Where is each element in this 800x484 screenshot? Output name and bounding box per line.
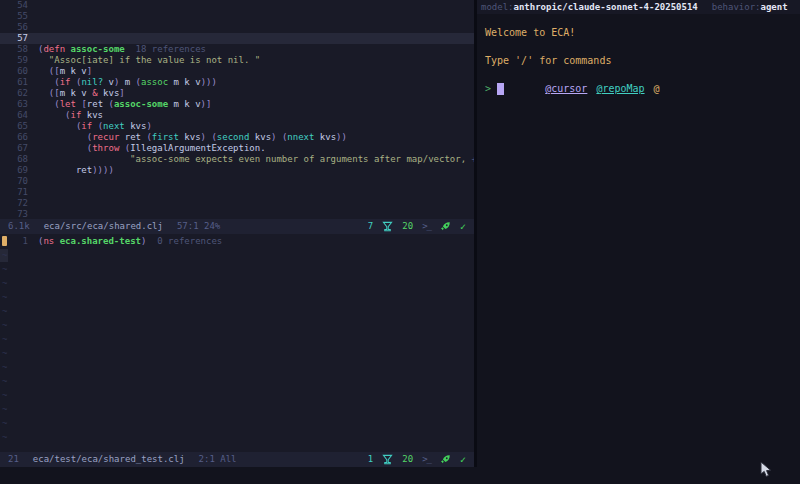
code-line[interactable]: 61 (if (nil? v) m (assoc m k v))) xyxy=(0,77,474,88)
code-text: (if (next kvs) xyxy=(38,121,152,132)
line-number: 72 xyxy=(0,198,28,209)
rocket-icon xyxy=(440,221,451,232)
empty-buffer-line: ~ xyxy=(0,416,474,430)
model-value: anthropic/claude-sonnet-4-20250514 xyxy=(514,2,698,12)
empty-buffer-line: ~ xyxy=(0,276,474,290)
statusline-right: 1 20 >_ ✓ xyxy=(368,452,466,467)
main-layout: 5455565758(defn assoc-some 18 references… xyxy=(0,0,800,467)
buffer-size: 6.1k xyxy=(8,219,30,234)
text-cursor xyxy=(497,83,504,95)
empty-buffer-line: ~ xyxy=(0,262,474,276)
diagnostics-ok-icon: ✓ xyxy=(460,452,466,467)
mention-repomap[interactable]: @repoMap xyxy=(596,83,644,94)
code-line[interactable]: 65 (if (next kvs) xyxy=(0,121,474,132)
code-line[interactable]: 72 xyxy=(0,198,474,209)
behavior-info: behavior:agent xyxy=(712,0,788,14)
code-line[interactable]: 60 ([m k v] xyxy=(0,66,474,77)
neovim-screen: 5455565758(defn assoc-some 18 references… xyxy=(0,0,800,484)
empty-buffer-line: ~ xyxy=(0,360,474,374)
line-number: 54 xyxy=(0,0,28,11)
code-line[interactable]: 68 "assoc-some expects even number of ar… xyxy=(0,154,474,165)
behavior-value: agent xyxy=(761,2,788,12)
martini-glass-icon xyxy=(382,221,393,232)
jobs-count: 20 xyxy=(402,452,413,467)
code-line[interactable]: 70 xyxy=(0,176,474,187)
code-line[interactable]: 56 xyxy=(0,22,474,33)
behavior-label: behavior: xyxy=(712,2,761,12)
terminal-icon: >_ xyxy=(422,219,431,234)
line-number: 69 xyxy=(0,165,28,176)
code-line[interactable]: 57 xyxy=(0,33,474,44)
code-text: (let [ret (assoc-some m k v)] xyxy=(38,99,211,110)
line-number: 56 xyxy=(0,22,28,33)
editor-window-shared-clj[interactable]: 5455565758(defn assoc-some 18 references… xyxy=(0,0,474,219)
file-path: eca/test/eca/shared_test.clj xyxy=(33,452,185,467)
code-text: "assoc-some expects even number of argum… xyxy=(38,154,474,165)
editor-window-shared-test-clj[interactable]: 1(ns eca.shared-test) 0 references~~~~~~… xyxy=(0,234,474,452)
code-text: (recur ret (first kvs) (second kvs) (nne… xyxy=(38,132,347,143)
model-label: model: xyxy=(481,2,514,12)
line-number: 64 xyxy=(0,110,28,121)
line-number: 58 xyxy=(0,44,28,55)
jobs-count: 20 xyxy=(402,219,413,234)
mention-cursor[interactable]: @cursor xyxy=(545,83,587,94)
model-info: model:anthropic/claude-sonnet-4-20250514 xyxy=(481,0,698,14)
line-number: 57 xyxy=(0,33,28,44)
editor-column: 5455565758(defn assoc-some 18 references… xyxy=(0,0,474,467)
code-text: (if (nil? v) m (assoc m k v))) xyxy=(38,77,217,88)
empty-buffer-line: ~ xyxy=(0,346,474,360)
code-line[interactable]: 64 (if kvs xyxy=(0,110,474,121)
mention-add[interactable]: @ xyxy=(654,83,660,94)
code-line[interactable]: 54 xyxy=(0,0,474,11)
eca-chat-panel: model:anthropic/claude-sonnet-4-20250514… xyxy=(477,0,800,467)
code-line[interactable]: 71 xyxy=(0,187,474,198)
commands-hint: Type '/' for commands xyxy=(485,54,792,68)
empty-buffer-line: ~ xyxy=(0,402,474,416)
line-number: 70 xyxy=(0,176,28,187)
chat-body: Welcome to ECA! Type '/' for commands @c… xyxy=(477,14,800,96)
code-text: (if kvs xyxy=(38,110,103,121)
line-number: 67 xyxy=(0,143,28,154)
code-line[interactable]: 58(defn assoc-some 18 references xyxy=(0,44,474,55)
prompt-symbol: > xyxy=(485,82,491,96)
line-number: 59 xyxy=(0,55,28,66)
code-line[interactable]: 59 "Assoc[iate] if the value is not nil.… xyxy=(0,55,474,66)
rocket-icon xyxy=(440,454,451,465)
diagnostics-ok-icon: ✓ xyxy=(460,219,466,234)
code-line[interactable]: 1(ns eca.shared-test) 0 references xyxy=(0,234,474,248)
code-text: "Assoc[iate] if the value is not nil. " xyxy=(38,55,260,66)
statusline-shared-test-clj: 21 eca/test/eca/shared_test.clj 2:1 All … xyxy=(0,452,474,467)
code-line[interactable]: 73 xyxy=(0,209,474,219)
line-number: 68 xyxy=(0,154,28,165)
empty-buffer-line: ~ xyxy=(0,374,474,388)
code-text: (ns eca.shared-test) 0 references xyxy=(38,234,222,248)
buffer-size: 21 xyxy=(8,452,19,467)
code-line[interactable]: 69 ret)))) xyxy=(0,165,474,176)
code-line[interactable]: 67 (throw (IllegalArgumentException. xyxy=(0,143,474,154)
file-path: eca/src/eca/shared.clj xyxy=(44,219,163,234)
blank-line xyxy=(485,40,792,54)
statusline-right: 7 20 >_ ✓ xyxy=(368,219,466,234)
code-line[interactable]: 66 (recur ret (first kvs) (second kvs) (… xyxy=(0,132,474,143)
code-text: (defn assoc-some 18 references xyxy=(38,44,206,55)
line-number: 73 xyxy=(0,209,28,219)
empty-buffer-line: ~ xyxy=(0,248,474,262)
line-number: 61 xyxy=(0,77,28,88)
empty-buffer-line: ~ xyxy=(0,318,474,332)
line-number: 65 xyxy=(0,121,28,132)
context-mentions: @cursor@repoMap@ xyxy=(485,68,792,82)
code-line[interactable]: 55 xyxy=(0,11,474,22)
code-text: ([m k v & kvs] xyxy=(38,88,125,99)
line-number: 62 xyxy=(0,88,28,99)
command-line[interactable] xyxy=(0,467,800,484)
repl-count: 7 xyxy=(368,219,373,234)
code-text: (throw (IllegalArgumentException. xyxy=(38,143,266,154)
code-line[interactable]: 63 (let [ret (assoc-some m k v)] xyxy=(0,99,474,110)
chat-winbar: model:anthropic/claude-sonnet-4-20250514… xyxy=(477,0,800,14)
line-number: 63 xyxy=(0,99,28,110)
statusline-shared-clj: 6.1k eca/src/eca/shared.clj 57:1 24% 7 2… xyxy=(0,219,474,234)
empty-buffer-line: ~ xyxy=(0,304,474,318)
empty-buffer-line: ~ xyxy=(0,388,474,402)
code-line[interactable]: 62 ([m k v & kvs] xyxy=(0,88,474,99)
line-number: 60 xyxy=(0,66,28,77)
